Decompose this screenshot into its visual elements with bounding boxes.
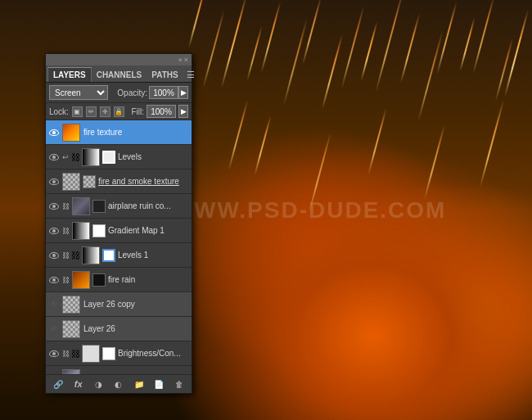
layer-name: Gradient Map 1 bbox=[106, 226, 190, 235]
opacity-arrow[interactable]: ▶ bbox=[178, 86, 188, 99]
layer-visibility-toggle[interactable]: 👁 bbox=[47, 298, 61, 311]
layer-mask-thumbnail bbox=[92, 200, 106, 213]
layer-chain-icon: ⛓ bbox=[61, 249, 70, 262]
layer-thumbnail bbox=[62, 369, 80, 375]
panel-title-bar: « × bbox=[46, 54, 192, 65]
new-group-icon[interactable]: 📁 bbox=[132, 377, 147, 391]
layer-mask-thumbnail bbox=[102, 249, 115, 262]
layer-visibility-toggle[interactable] bbox=[47, 126, 61, 139]
tab-channels[interactable]: CHANNELS bbox=[92, 67, 147, 82]
layer-chain-icon: ⛓ bbox=[61, 273, 70, 287]
layer-visibility-toggle[interactable] bbox=[47, 347, 61, 360]
layer-visibility-toggle[interactable] bbox=[47, 224, 61, 237]
layer-item[interactable]: fire and smoke texture bbox=[46, 169, 192, 194]
layer-visibility-toggle[interactable] bbox=[47, 151, 61, 164]
blend-opacity-row: Screen Opacity: ▶ bbox=[46, 83, 192, 103]
layers-list: fire texture ↩ ⛓ Levels fire and smoke t… bbox=[46, 120, 192, 374]
tab-layers[interactable]: LAYERS bbox=[47, 67, 92, 82]
layer-chain-icon: ⛓ bbox=[61, 347, 70, 360]
layers-panel: « × LAYERS CHANNELS PATHS ☰ Screen Opaci… bbox=[45, 53, 192, 394]
layer-thumbnail bbox=[82, 345, 100, 363]
layer-thumbnail bbox=[82, 148, 100, 166]
layer-item[interactable]: ↩ ⛓ Levels bbox=[46, 145, 192, 169]
blend-mode-select[interactable]: Screen bbox=[49, 85, 108, 100]
panel-tabs: LAYERS CHANNELS PATHS ☰ bbox=[46, 65, 192, 83]
lock-paint-btn[interactable]: ✏ bbox=[86, 106, 97, 117]
layer-mask-link: ⛓ bbox=[70, 347, 80, 360]
layer-thumbnail bbox=[62, 296, 80, 314]
layer-item[interactable]: ⛓ airplane ruin co... bbox=[46, 194, 192, 219]
layer-visibility-toggle[interactable] bbox=[47, 175, 61, 188]
layer-mask-thumbnail bbox=[102, 151, 115, 164]
delete-layer-icon[interactable]: 🗑 bbox=[172, 377, 187, 391]
fx-icon[interactable]: fx bbox=[71, 377, 86, 391]
layer-name: Levels 1 bbox=[116, 251, 190, 260]
lock-all-btn[interactable]: 🔒 bbox=[114, 106, 124, 117]
layer-mask-thumbnail bbox=[92, 224, 106, 237]
layer-item[interactable]: 👁 Layer 26 copy bbox=[46, 292, 192, 317]
layer-chain-icon: ↩ bbox=[61, 151, 70, 164]
panel-menu-icon[interactable]: ☰ bbox=[183, 68, 198, 82]
fill-control: Fill: ▶ bbox=[131, 105, 188, 118]
layer-thumbnail bbox=[72, 197, 90, 215]
layer-item[interactable]: ⛓ fire rain bbox=[46, 268, 192, 292]
layer-item[interactable]: airplane ruin bbox=[46, 366, 192, 374]
layer-name: fire rain bbox=[106, 275, 190, 284]
layer-item[interactable]: fire texture bbox=[46, 120, 192, 145]
fill-arrow[interactable]: ▶ bbox=[178, 105, 188, 118]
panel-collapse-btn[interactable]: « bbox=[178, 56, 183, 64]
layer-visibility-toggle[interactable] bbox=[47, 372, 61, 375]
lock-transparency-btn[interactable]: ▣ bbox=[72, 106, 83, 117]
layer-visibility-toggle[interactable] bbox=[47, 249, 61, 262]
opacity-input[interactable] bbox=[149, 86, 178, 99]
layer-name: fire texture bbox=[82, 128, 190, 137]
tab-paths[interactable]: PATHS bbox=[147, 67, 183, 82]
lock-fill-row: Lock: ▣ ✏ ✛ 🔒 Fill: ▶ bbox=[46, 103, 192, 120]
layer-name-link: fire and smoke texture bbox=[97, 177, 190, 186]
layer-name: Layer 26 bbox=[82, 324, 190, 333]
panel-bottom-toolbar: 🔗 fx ◑ ◐ 📁 📄 🗑 bbox=[46, 374, 192, 393]
layer-mask-thumbnail bbox=[92, 273, 106, 287]
layer-chain-icon: ⛓ bbox=[61, 200, 70, 213]
layer-item[interactable]: ⛓ ⛓ Levels 1 bbox=[46, 243, 192, 268]
link-icon[interactable]: 🔗 bbox=[51, 377, 65, 391]
layer-thumbnail bbox=[62, 173, 80, 191]
layer-visibility-toggle[interactable] bbox=[47, 273, 61, 287]
panel-close-btn[interactable]: × bbox=[184, 56, 188, 64]
layer-mask-thumbnail bbox=[83, 175, 96, 188]
watermark: WWW.PSD-DUDE.COM bbox=[171, 197, 447, 224]
layer-mask-link: ⛓ bbox=[70, 151, 80, 164]
fill-input[interactable] bbox=[147, 105, 176, 118]
adjustment-icon[interactable]: ◐ bbox=[111, 377, 126, 391]
layer-thumbnail bbox=[72, 222, 90, 240]
fill-label: Fill: bbox=[131, 107, 144, 116]
new-layer-icon[interactable]: 📄 bbox=[151, 377, 166, 391]
opacity-label: Opacity: bbox=[117, 88, 147, 97]
layer-thumbnail bbox=[62, 124, 80, 142]
layer-name: Brightness/Con... bbox=[116, 349, 190, 358]
layer-item[interactable]: 👁 Layer 26 bbox=[46, 317, 192, 341]
layer-mask-link: ⛓ bbox=[70, 249, 80, 262]
layer-thumbnail bbox=[72, 271, 90, 289]
layer-visibility-toggle[interactable]: 👁 bbox=[47, 323, 61, 336]
opacity-control: Opacity: ▶ bbox=[117, 86, 188, 99]
layer-thumbnail bbox=[62, 320, 80, 338]
add-mask-icon[interactable]: ◑ bbox=[91, 377, 106, 391]
layer-item[interactable]: ⛓ Gradient Map 1 bbox=[46, 219, 192, 243]
layer-name: airplane ruin bbox=[82, 373, 190, 374]
layer-chain-icon: ⛓ bbox=[61, 224, 70, 237]
layer-thumbnail bbox=[82, 246, 100, 264]
layer-visibility-toggle[interactable] bbox=[47, 200, 61, 213]
lock-label: Lock: bbox=[49, 107, 69, 116]
layer-mask-thumbnail bbox=[102, 347, 115, 360]
layer-item[interactable]: ⛓ ⛓ Brightness/Con... bbox=[46, 341, 192, 366]
layer-name: Layer 26 copy bbox=[82, 300, 190, 309]
layer-name: airplane ruin co... bbox=[106, 201, 190, 210]
lock-move-btn[interactable]: ✛ bbox=[100, 106, 110, 117]
layer-name: Levels bbox=[116, 152, 190, 161]
